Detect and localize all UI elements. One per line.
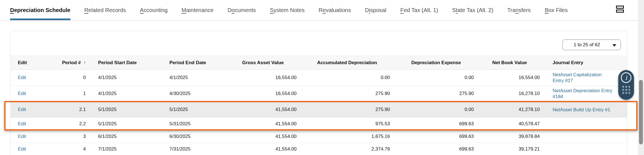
cell-edit: Edit <box>11 70 39 86</box>
cell-period-number: 3 <box>39 130 87 143</box>
tab-depreciation-schedule[interactable]: Depreciation Schedule <box>10 0 70 20</box>
tab-system-notes[interactable]: System Notes <box>270 0 305 20</box>
col-header-label: Gross Asset Value <box>242 60 284 65</box>
tab-disposal[interactable]: Disposal <box>365 0 386 20</box>
journal-entry-link[interactable]: NetAsset Depreciation Entry #184 <box>553 86 613 101</box>
cell-gross-asset-value: 41,554.00 <box>239 130 299 143</box>
cell-period-end-date: 4/30/2025 <box>165 86 239 102</box>
cell-edit: Edit <box>11 130 39 143</box>
table-row-period-2.1: Edit2.15/1/20255/1/202541,554.00275.900.… <box>11 102 627 118</box>
grip-dots-icon[interactable] <box>622 86 630 94</box>
depreciation-schedule-table: EditPeriod #↑Period Start DatePeriod End… <box>11 55 627 155</box>
cell-gross-asset-value: 41,554.00 <box>239 118 299 130</box>
journal-entry-link[interactable]: NetAsset Build Up Entry #1 <box>553 105 610 114</box>
cell-accumulated-depreciation: 0.00 <box>299 70 393 86</box>
cell-period-number: 4 <box>39 143 87 155</box>
cell-edit: Edit <box>11 102 39 118</box>
tab-maintenance[interactable]: Maintenance <box>182 0 214 20</box>
cell-period-end-date: 4/1/2025 <box>165 70 239 86</box>
pagination-label: 1 to 25 of 62 <box>574 42 600 48</box>
cell-journal-entry: NetAsset Build Up Entry #1 <box>543 102 627 118</box>
col-header-net-book-value[interactable]: Net Book Value <box>477 56 543 70</box>
cell-period-end-date: 7/31/2025 <box>165 143 239 155</box>
col-header-label: Edit <box>18 60 27 65</box>
info-widget[interactable]: i <box>618 70 634 100</box>
edit-link[interactable]: Edit <box>18 107 26 112</box>
col-header-label: Accumulated Depreciation <box>317 60 377 65</box>
col-header-journal-entry[interactable]: Journal Entry <box>543 56 627 70</box>
cell-accumulated-depreciation: 275.90 <box>299 102 393 118</box>
col-header-gross-asset-value[interactable]: Gross Asset Value <box>239 56 299 70</box>
cell-net-book-value: 16,278.10 <box>477 86 543 102</box>
cell-accumulated-depreciation: 975.53 <box>299 118 393 130</box>
tab-list-icon-bar <box>616 6 624 9</box>
col-header-depreciation-expense[interactable]: Depreciation Expense <box>393 56 477 70</box>
tab-accounting[interactable]: Accounting <box>140 0 168 20</box>
tab-list-icon-bar <box>616 10 624 13</box>
table-row-period-2.2: Edit2.25/1/20255/31/202541,554.00975.536… <box>11 118 627 130</box>
edit-link[interactable]: Edit <box>18 91 26 96</box>
edit-link[interactable]: Edit <box>18 75 26 80</box>
cell-period-number: 2.2 <box>39 118 87 130</box>
scrollbar-thumb[interactable] <box>639 80 643 144</box>
tab-related-records[interactable]: Related Records <box>84 0 126 20</box>
cell-depreciation-expense: 699.63 <box>393 118 477 130</box>
tab-revaluations[interactable]: Revaluations <box>319 0 351 20</box>
col-header-edit[interactable]: Edit <box>11 56 39 70</box>
cell-journal-entry <box>543 130 627 143</box>
col-header-label: Journal Entry <box>553 60 583 65</box>
cell-edit: Edit <box>11 143 39 155</box>
cell-period-end-date: 5/1/2025 <box>165 102 239 118</box>
cell-edit: Edit <box>11 118 39 130</box>
cell-period-number: 1 <box>39 86 87 102</box>
tab-list-icon[interactable] <box>616 6 624 14</box>
pagination-dropdown[interactable]: 1 to 25 of 62 <box>562 40 621 50</box>
col-header-accumulated-depreciation[interactable]: Accumulated Depreciation <box>299 56 393 70</box>
edit-link[interactable]: Edit <box>18 121 26 126</box>
table-row-period-0: Edit04/1/20254/1/202516,554.000.000.0016… <box>11 70 627 86</box>
cell-journal-entry <box>543 143 627 155</box>
tab-fed-tax-alt-1[interactable]: Fed Tax (Alt. 1) <box>400 0 438 20</box>
cell-edit: Edit <box>11 86 39 102</box>
cell-period-start-date: 6/1/2025 <box>87 130 165 143</box>
edit-link[interactable]: Edit <box>18 146 26 152</box>
tab-documents[interactable]: Documents <box>228 0 256 20</box>
col-header-period-end-date[interactable]: Period End Date <box>165 56 239 70</box>
cell-gross-asset-value: 41,554.00 <box>239 102 299 118</box>
tab-box-files[interactable]: Box Files <box>545 0 568 20</box>
cell-gross-asset-value: 16,554.00 <box>239 86 299 102</box>
cell-net-book-value: 41,278.10 <box>477 102 543 118</box>
journal-entry-link[interactable]: NetAsset Capitalization Entry #27 <box>553 70 613 85</box>
cell-period-start-date: 5/1/2025 <box>87 102 165 118</box>
table-row-period-4: Edit47/1/20257/31/202541,554.002,374.796… <box>11 143 627 155</box>
cell-period-start-date: 5/1/2025 <box>87 118 165 130</box>
col-header-period-start-date[interactable]: Period Start Date <box>87 56 165 70</box>
cell-gross-asset-value: 16,554.00 <box>239 70 299 86</box>
col-header-label: Period # <box>62 60 81 65</box>
cell-period-end-date: 5/31/2025 <box>165 118 239 130</box>
edit-link[interactable]: Edit <box>18 134 26 139</box>
col-header-period[interactable]: Period #↑ <box>39 56 87 70</box>
cell-period-end-date: 6/30/2025 <box>165 130 239 143</box>
cell-depreciation-expense: 0.00 <box>393 102 477 118</box>
table-header-row: EditPeriod #↑Period Start DatePeriod End… <box>11 56 627 70</box>
cell-period-start-date: 4/1/2025 <box>87 86 165 102</box>
table-row-period-1: Edit14/1/20254/30/202516,554.00275.90275… <box>11 86 627 102</box>
cell-depreciation-expense: 699.63 <box>393 143 477 155</box>
info-icon[interactable]: i <box>621 72 631 83</box>
cell-journal-entry: NetAsset Depreciation Entry #184 <box>543 86 627 102</box>
col-header-label: Period End Date <box>169 60 206 65</box>
cell-gross-asset-value: 41,554.00 <box>239 143 299 155</box>
cell-depreciation-expense: 0.00 <box>393 70 477 86</box>
tab-state-tax-alt-2[interactable]: State Tax (Alt. 2) <box>452 0 493 20</box>
cell-net-book-value: 16,554.00 <box>477 70 543 86</box>
cell-accumulated-depreciation: 275.90 <box>299 86 393 102</box>
table-row-period-3: Edit36/1/20256/30/202541,554.001,675.166… <box>11 130 627 143</box>
arrow-up-icon: ↑ <box>84 60 86 65</box>
depreciation-schedule-card: 1 to 25 of 62 EditPeriod #↑Period Start … <box>10 31 627 155</box>
cell-accumulated-depreciation: 2,374.79 <box>299 143 393 155</box>
cell-period-start-date: 4/1/2025 <box>87 70 165 86</box>
cell-depreciation-expense: 275.90 <box>393 86 477 102</box>
tab-transfers[interactable]: Transfers <box>507 0 531 20</box>
cell-period-start-date: 7/1/2025 <box>87 143 165 155</box>
